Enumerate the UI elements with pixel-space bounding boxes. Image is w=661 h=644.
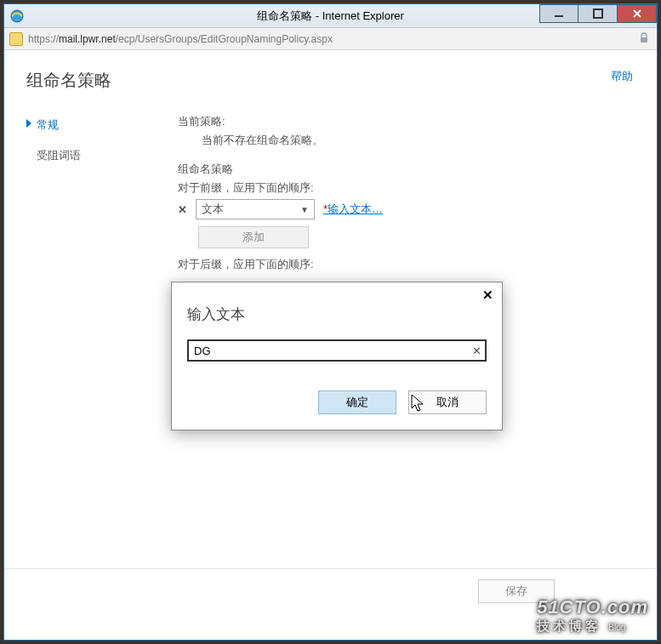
current-policy-label: 当前策略: <box>178 114 635 129</box>
footer-bar: 保存 <box>4 568 657 613</box>
window-titlebar: 组命名策略 - Internet Explorer <box>4 4 657 28</box>
dialog-title: 输入文本 <box>187 305 487 324</box>
enter-text-link[interactable]: *输入文本… <box>323 202 383 217</box>
maximize-button[interactable] <box>578 4 618 23</box>
url-host: mail.lpwr.net <box>59 33 116 45</box>
save-button[interactable]: 保存 <box>478 579 555 603</box>
current-policy-value: 当前不存在组命名策略。 <box>178 133 635 148</box>
address-bar[interactable]: https://mail.lpwr.net/ecp/UsersGroups/Ed… <box>4 28 657 50</box>
dialog-close-icon[interactable]: ✕ <box>482 288 493 303</box>
suffix-order-label: 对于后缀，应用下面的顺序: <box>178 257 635 272</box>
add-button[interactable]: 添加 <box>198 226 309 248</box>
dialog-text-input[interactable] <box>187 339 487 362</box>
sidebar-item-blocked-words[interactable]: 受阻词语 <box>26 145 154 167</box>
watermark-tag: Blog <box>608 623 625 632</box>
close-button[interactable] <box>618 4 657 23</box>
enter-text-link-label: 输入文本… <box>328 202 383 215</box>
prefix-type-dropdown[interactable]: 文本 ▼ <box>196 199 315 219</box>
url-path: /ecp/UsersGroups/EditGroupNamingPolicy.a… <box>116 33 333 45</box>
svg-rect-2 <box>594 9 602 18</box>
url-text: https://mail.lpwr.net/ecp/UsersGroups/Ed… <box>28 33 333 45</box>
input-clear-icon[interactable]: ✕ <box>472 345 482 357</box>
dialog-cancel-button[interactable]: 取消 <box>408 390 487 414</box>
minimize-button[interactable] <box>539 4 578 23</box>
lock-icon <box>638 32 650 44</box>
page-icon <box>9 32 23 46</box>
sidebar-item-label: 常规 <box>37 118 59 131</box>
svg-rect-1 <box>555 15 563 17</box>
page-title: 组命名策略 <box>26 69 635 92</box>
dropdown-value: 文本 <box>202 202 224 217</box>
sidebar: 常规 受阻词语 <box>26 114 154 276</box>
help-link[interactable]: 帮助 <box>611 69 633 84</box>
remove-prefix-icon[interactable]: ✕ <box>178 203 187 216</box>
policy-section-label: 组命名策略 <box>178 162 635 177</box>
url-protocol: https:// <box>28 33 59 45</box>
watermark-bottom: 技术博客 <box>537 618 601 633</box>
svg-rect-3 <box>641 37 647 43</box>
prefix-order-label: 对于前缀，应用下面的顺序: <box>178 180 635 196</box>
dialog-ok-button[interactable]: 确定 <box>318 390 396 414</box>
window-title: 组命名策略 - Internet Explorer <box>257 9 404 24</box>
sidebar-item-label: 受阻词语 <box>37 149 81 162</box>
enter-text-dialog: ✕ 输入文本 ✕ 确定 取消 <box>171 282 503 430</box>
sidebar-item-general[interactable]: 常规 <box>26 114 154 136</box>
chevron-down-icon: ▼ <box>300 205 309 214</box>
ie-icon <box>9 9 25 24</box>
